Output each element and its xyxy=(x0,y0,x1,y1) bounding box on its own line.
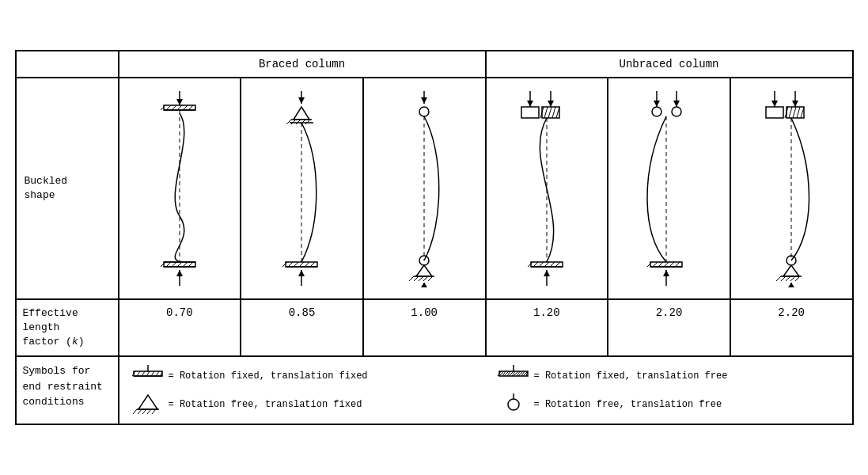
svg-line-28 xyxy=(291,120,296,124)
svg-line-123 xyxy=(146,371,150,376)
svg-line-8 xyxy=(183,105,188,110)
symbol-3: = Rotation fixed, translation free xyxy=(498,365,840,387)
shape-cell-2 xyxy=(241,78,363,299)
svg-marker-24 xyxy=(294,107,309,120)
shape-cell-4 xyxy=(486,78,608,299)
shape-cell-3 xyxy=(363,78,486,299)
shape-cell-6 xyxy=(730,78,853,299)
symbol-2-label: = Rotation free, translation fixed xyxy=(169,399,362,410)
svg-line-29 xyxy=(296,120,301,124)
svg-line-51 xyxy=(414,276,419,281)
svg-marker-1 xyxy=(176,99,183,105)
kfactor-val-1: 0.70 xyxy=(119,299,241,357)
svg-marker-104 xyxy=(771,101,778,107)
svg-line-38 xyxy=(299,262,304,267)
svg-line-124 xyxy=(151,371,154,376)
svg-line-14 xyxy=(161,262,165,267)
svg-line-4 xyxy=(161,105,165,110)
svg-line-147 xyxy=(138,409,142,414)
svg-line-146 xyxy=(133,409,137,414)
svg-marker-23 xyxy=(298,97,305,104)
svg-point-45 xyxy=(419,107,429,116)
svg-line-114 xyxy=(790,276,795,281)
kfactor-val-6: 2.20 xyxy=(730,299,853,357)
kfactor-val-4: 1.20 xyxy=(486,299,608,357)
svg-line-99 xyxy=(789,107,792,118)
svg-line-113 xyxy=(786,276,790,281)
svg-line-111 xyxy=(776,276,781,281)
svg-line-18 xyxy=(183,262,188,267)
svg-marker-109 xyxy=(783,265,799,276)
symbol-1: = Rotation fixed, translation fixed xyxy=(132,365,474,387)
svg-line-92 xyxy=(669,262,674,267)
svg-marker-42 xyxy=(298,270,305,276)
svg-line-50 xyxy=(409,276,414,281)
svg-line-121 xyxy=(137,371,140,376)
kfactor-label: Effective lengthfactor (k) xyxy=(16,299,119,357)
main-table: Braced column Unbraced column Buckled sh… xyxy=(15,50,854,426)
header-braced: Braced column xyxy=(119,51,486,78)
kfactor-val-2: 0.85 xyxy=(241,299,363,357)
svg-marker-84 xyxy=(673,101,680,107)
symbols-content: = Rotation fixed, translation fixed xyxy=(119,356,853,424)
svg-marker-78 xyxy=(544,270,550,276)
svg-line-60 xyxy=(544,107,548,118)
svg-line-31 xyxy=(305,120,310,124)
svg-marker-44 xyxy=(421,97,427,104)
symbol-2: = Rotation free, translation fixed xyxy=(132,393,474,416)
svg-line-89 xyxy=(653,262,658,267)
svg-marker-82 xyxy=(654,101,660,107)
symbol-4-label: = Rotation free, translation free xyxy=(534,399,722,410)
kfactor-val-5: 2.20 xyxy=(608,299,730,357)
svg-marker-56 xyxy=(421,283,427,287)
svg-line-40 xyxy=(310,262,315,267)
svg-line-52 xyxy=(419,276,423,281)
svg-line-115 xyxy=(795,276,800,281)
svg-line-15 xyxy=(166,262,171,267)
svg-line-90 xyxy=(658,262,663,267)
svg-line-91 xyxy=(664,262,669,267)
svg-line-101 xyxy=(797,107,800,118)
svg-marker-48 xyxy=(416,265,432,276)
svg-line-19 xyxy=(188,262,193,267)
svg-line-5 xyxy=(166,105,171,110)
svg-line-53 xyxy=(423,276,428,281)
svg-line-100 xyxy=(793,107,796,118)
svg-point-151 xyxy=(508,399,519,410)
symbol-4: = Rotation free, translation free xyxy=(498,393,840,416)
header-unbraced: Unbraced column xyxy=(486,51,853,78)
symbol-3-label: = Rotation fixed, translation free xyxy=(534,370,728,382)
shape-cell-1 xyxy=(119,78,241,299)
svg-rect-57 xyxy=(521,107,539,118)
svg-line-54 xyxy=(428,276,433,281)
svg-line-88 xyxy=(647,262,652,267)
symbol-1-label: = Rotation fixed, translation fixed xyxy=(169,370,368,382)
symbols-label: Symbols forend restraintconditions xyxy=(16,356,119,424)
svg-line-16 xyxy=(172,262,176,267)
svg-line-35 xyxy=(282,262,287,267)
svg-line-6 xyxy=(172,105,176,110)
svg-line-75 xyxy=(550,262,555,267)
svg-line-37 xyxy=(294,262,298,267)
svg-marker-144 xyxy=(138,395,157,409)
svg-line-27 xyxy=(286,120,291,124)
svg-line-72 xyxy=(533,262,538,267)
svg-line-93 xyxy=(675,262,680,267)
header-empty-cell xyxy=(16,51,119,78)
svg-line-9 xyxy=(188,105,193,110)
svg-line-73 xyxy=(539,262,544,267)
svg-line-149 xyxy=(147,409,151,414)
svg-rect-96 xyxy=(766,107,783,118)
svg-line-74 xyxy=(544,262,549,267)
svg-line-112 xyxy=(781,276,786,281)
svg-marker-117 xyxy=(788,283,794,287)
svg-line-62 xyxy=(552,107,555,118)
svg-line-76 xyxy=(555,262,560,267)
svg-line-122 xyxy=(142,371,145,376)
svg-line-125 xyxy=(156,371,159,376)
shape-cell-5 xyxy=(608,78,730,299)
svg-line-71 xyxy=(528,262,533,267)
buckled-shape-label: Buckled shape xyxy=(16,78,119,299)
svg-marker-67 xyxy=(548,101,554,107)
svg-line-17 xyxy=(177,262,182,267)
